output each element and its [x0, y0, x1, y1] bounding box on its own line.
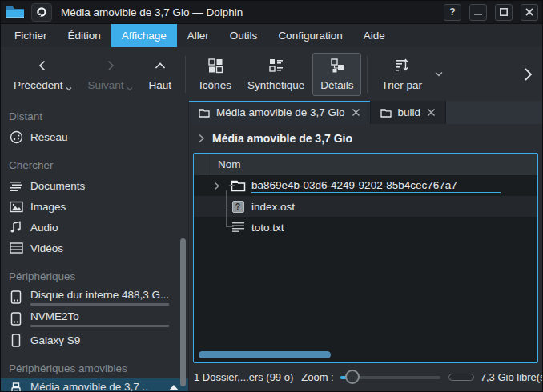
tab-media-amovible[interactable]: Média amovible de 3,7 Gio [189, 101, 371, 124]
chevron-down-icon [66, 86, 72, 91]
sidebar-item-label: Galaxy S9 [30, 334, 80, 346]
section-peripheriques-amovibles: Périphériques amovibles [1, 358, 188, 378]
up-button[interactable]: Haut [141, 53, 180, 96]
column-header-nom[interactable]: Nom [211, 158, 241, 170]
zoom-slider[interactable] [340, 369, 440, 386]
sort-by-button[interactable]: Trier par [373, 53, 430, 96]
tab-label: build [398, 106, 421, 118]
menu-affichage[interactable]: Affichage [111, 24, 177, 47]
items-summary: 1 Dossier,...ers (99 o) [194, 371, 293, 383]
menu-outils[interactable]: Outils [219, 24, 268, 47]
sidebar-item-reseau[interactable]: Réseau [1, 126, 188, 147]
icons-view-icon [207, 58, 223, 74]
sidebar-item-galaxy-s9[interactable]: Galaxy S9 [1, 330, 188, 350]
section-chercher: Chercher [1, 154, 188, 175]
sidebar-item-label: Réseau [30, 131, 68, 143]
compact-view-label: Synthétique [247, 79, 304, 91]
horizontal-scrollbar[interactable] [199, 351, 331, 358]
toolbar-overflow-button[interactable] [523, 67, 533, 82]
images-icon [9, 201, 23, 213]
icons-view-button[interactable]: Icônes [191, 53, 239, 96]
menu-edition[interactable]: Édition [58, 24, 111, 47]
folder-icon [199, 108, 210, 118]
tab-close-icon[interactable] [427, 108, 436, 117]
hard-drive-icon [9, 312, 23, 326]
window-title: Média amovible de 3,7 Gio — Dolphin [61, 6, 243, 18]
forward-button[interactable]: Suivant [80, 53, 141, 96]
network-icon [9, 130, 23, 144]
breadcrumb-location[interactable]: Média amovible de 3,7 Gio [212, 132, 352, 145]
sidebar-scrollbar[interactable] [180, 238, 186, 386]
window-menu-button[interactable] [31, 3, 52, 22]
file-row[interactable]: ba869e4b-03d6-4249-9202-85b4cec767a7 [194, 175, 537, 196]
unknown-file-icon: ? [229, 201, 247, 213]
capacity-bar [30, 303, 169, 306]
file-name: ba869e4b-03d6-4249-9202-85b4cec767a7 [251, 179, 501, 193]
tree-line [226, 190, 227, 227]
tree-line [227, 206, 234, 206]
sidebar-item-documents[interactable]: Documents [1, 175, 188, 196]
sidebar-item-audio[interactable]: Audio [1, 217, 188, 238]
statusbar: 1 Dossier,...ers (99 o) Zoom : 7,3 Gio l… [189, 363, 542, 391]
tab-close-icon[interactable] [352, 108, 360, 117]
capacity-bar [30, 325, 169, 327]
compact-view-button[interactable]: Synthétique [239, 53, 312, 96]
sidebar-item-label: Images [30, 201, 66, 213]
sidebar-item-label: Documents [30, 180, 85, 192]
sidebar-item-videos[interactable]: Vidéos [1, 238, 188, 258]
sidebar-item-label: Disque dur interne 488,3 G... [30, 289, 169, 301]
sidebar-item-label: NVME2To [30, 310, 169, 322]
tab-build[interactable]: build [371, 101, 447, 124]
compact-view-icon [268, 58, 284, 74]
tabbar-empty-space [446, 101, 542, 124]
chevron-down-icon[interactable] [435, 71, 443, 77]
toolbar-separator [367, 56, 368, 93]
back-button[interactable]: Précédent [6, 53, 80, 96]
usb-drive-icon [9, 382, 23, 391]
toolbar: Précédent Suivant Haut [1, 47, 542, 101]
main-area: Média amovible de 3,7 Gio build [189, 101, 542, 391]
sidebar-item-images[interactable]: Images [1, 196, 188, 217]
free-space-label: 7,3 Gio libre(s) [481, 371, 543, 383]
icons-view-label: Icônes [199, 79, 231, 91]
tree-line [227, 226, 234, 227]
file-rows: ba869e4b-03d6-4249-9202-85b4cec767a7 ? i… [194, 175, 537, 362]
menu-fichier[interactable]: Fichier [4, 24, 58, 47]
file-name: toto.txt [251, 222, 284, 234]
free-space-bar [448, 374, 474, 381]
details-view-label: Détails [320, 79, 353, 91]
eject-button[interactable] [167, 384, 180, 391]
menu-aide[interactable]: Aide [353, 24, 396, 47]
tab-label: Média amovible de 3,7 Gio [216, 106, 345, 118]
help-button[interactable]: ? [444, 4, 461, 21]
zoom-label: Zoom : [301, 371, 333, 383]
close-button[interactable] [521, 4, 538, 21]
file-name: index.ost [251, 201, 295, 213]
zoom-slider-handle[interactable] [345, 370, 360, 384]
chevron-right-icon[interactable] [198, 134, 205, 143]
window-body: Distant Réseau Chercher [1, 101, 542, 391]
sidebar-item-label: Média amovible de 3,7 ... [30, 381, 149, 391]
sidebar-item-disque-interne[interactable]: Disque dur interne 488,3 G... [1, 286, 188, 308]
tree-line [229, 185, 235, 186]
tabbar: Média amovible de 3,7 Gio build [189, 101, 542, 124]
chevron-left-icon [36, 58, 49, 74]
expand-chevron-icon[interactable] [213, 182, 229, 190]
menu-aller[interactable]: Aller [177, 24, 219, 47]
details-view-icon [329, 58, 345, 74]
minimize-button[interactable] [469, 4, 487, 21]
file-row[interactable]: ? index.ost [194, 196, 537, 217]
back-label: Précédent [14, 79, 63, 91]
maximize-button[interactable] [495, 4, 513, 21]
folder-app-icon [5, 3, 26, 21]
file-row[interactable]: toto.txt [194, 217, 537, 238]
sidebar-item-nvme2to[interactable]: NVME2To [1, 308, 188, 330]
menubar: Fichier Édition Affichage Aller Outils C… [1, 24, 542, 47]
sidebar-item-media-amovible[interactable]: Média amovible de 3,7 ... [1, 378, 188, 391]
hard-drive-icon [9, 290, 23, 304]
forward-label: Suivant [88, 79, 124, 91]
breadcrumb: Média amovible de 3,7 Gio [189, 124, 542, 153]
section-distant: Distant [1, 106, 188, 126]
menu-configuration[interactable]: Configuration [267, 24, 352, 47]
details-view-button[interactable]: Détails [312, 53, 361, 96]
